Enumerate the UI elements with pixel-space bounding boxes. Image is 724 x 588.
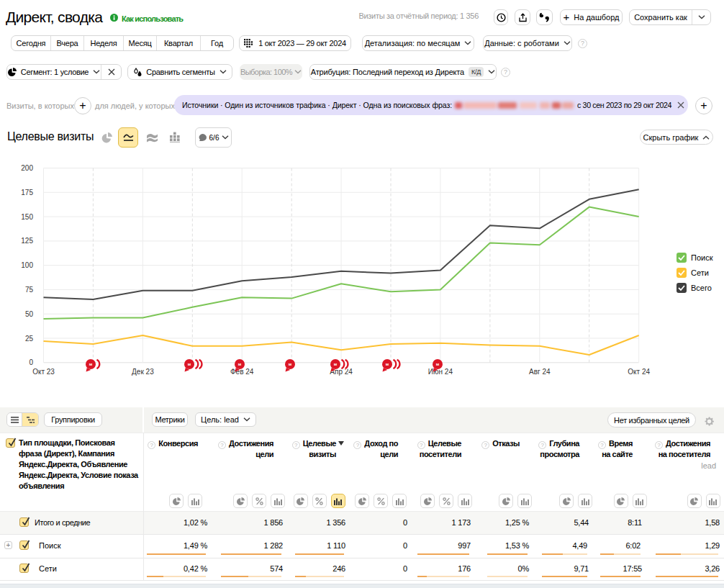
svg-text:м: м [89, 362, 93, 366]
svg-text:Дек 23: Дек 23 [132, 368, 154, 376]
svg-text:150: 150 [21, 213, 33, 221]
svg-text:м: м [386, 362, 389, 366]
svg-text:Поиск: Поиск [691, 253, 713, 262]
svg-text:м: м [436, 362, 440, 366]
svg-text:Авг 24: Авг 24 [529, 368, 551, 376]
svg-text:Сети: Сети [691, 268, 709, 277]
svg-text:100: 100 [21, 261, 33, 269]
svg-text:200: 200 [21, 164, 33, 172]
svg-text:25: 25 [25, 335, 34, 343]
svg-text:м: м [289, 362, 292, 366]
svg-text:Всего: Всего [691, 284, 712, 292]
svg-text:м: м [238, 362, 242, 366]
svg-text:Окт 23: Окт 23 [32, 368, 55, 376]
svg-text:0: 0 [29, 358, 33, 366]
svg-text:Фев 24: Фев 24 [230, 368, 254, 376]
svg-text:75: 75 [25, 286, 34, 294]
svg-text:125: 125 [21, 237, 33, 245]
svg-text:Окт 24: Окт 24 [628, 368, 650, 376]
svg-text:175: 175 [21, 189, 33, 196]
svg-text:50: 50 [25, 310, 34, 318]
svg-text:Июн 24: Июн 24 [428, 368, 453, 376]
svg-text:м: м [334, 362, 338, 366]
svg-text:м: м [188, 362, 191, 366]
